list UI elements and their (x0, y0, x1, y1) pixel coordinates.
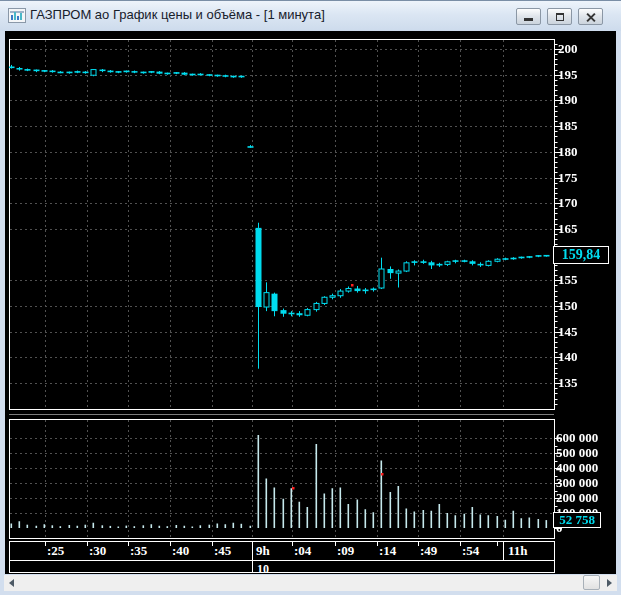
close-icon (579, 9, 602, 24)
close-button[interactable] (578, 8, 603, 25)
price-axis-label: 185 (558, 118, 578, 134)
time-tick-mark (212, 542, 213, 546)
time-tick-mark (335, 542, 336, 546)
price-axis-label: 155 (558, 272, 578, 288)
app-window: ГАЗПРОМ ао График цены и объёма - [1 мин… (0, 0, 621, 595)
volume-axis-label: 400 000 (556, 460, 598, 476)
time-axis-label: :25 (47, 542, 64, 559)
volume-axis-label: 300 000 (556, 475, 598, 491)
time-axis-label: :09 (337, 542, 354, 559)
price-axis-label: 145 (558, 324, 578, 340)
time-axis-label: :04 (294, 542, 311, 559)
price-axis-label: 195 (558, 67, 578, 83)
time-axis-label: :54 (462, 542, 479, 559)
time-tick-mark (87, 542, 88, 546)
price-axis-label: 190 (558, 92, 578, 108)
minimize-icon (524, 18, 533, 21)
last-price-badge: 159,84 (553, 246, 609, 264)
time-axis-border-line (9, 572, 555, 573)
time-tick-mark (497, 542, 498, 546)
window-title: ГАЗПРОМ ао График цены и объёма - [1 мин… (30, 7, 325, 22)
time-axis-label: :49 (420, 542, 437, 559)
price-volume-chart-canvas[interactable] (9, 39, 569, 539)
time-axis-border-line (554, 541, 555, 572)
time-axis-label: :30 (89, 542, 106, 559)
chart-app-icon (8, 8, 26, 23)
scroll-left-icon (9, 579, 14, 587)
time-axis-label: :35 (130, 542, 147, 559)
time-axis-label: 9h (256, 542, 270, 559)
price-axis-label: 175 (558, 170, 578, 186)
day-separator-line (252, 541, 253, 572)
time-tick-mark (128, 542, 129, 546)
price-axis-label: 170 (558, 195, 578, 211)
scrollbar-thumb[interactable] (583, 575, 600, 590)
time-axis-border-line (9, 560, 555, 561)
scroll-right-icon (607, 579, 612, 587)
price-axis-label: 180 (558, 144, 578, 160)
time-axis-border-line (9, 541, 555, 542)
day-separator-line (503, 541, 504, 560)
horizontal-scrollbar[interactable] (4, 575, 617, 591)
time-tick-mark (418, 542, 419, 546)
time-axis-label: :40 (172, 542, 189, 559)
time-tick-mark (292, 542, 293, 546)
last-volume-badge: 52 758 (553, 512, 601, 528)
window-bottom-border (0, 591, 621, 595)
time-axis-label: :14 (379, 542, 396, 559)
scroll-left-button[interactable] (4, 575, 21, 591)
price-axis-label: 150 (558, 298, 578, 314)
window-titlebar: ГАЗПРОМ ао График цены и объёма - [1 мин… (0, 1, 621, 31)
price-axis-label: 165 (558, 221, 578, 237)
time-axis-label: :45 (214, 542, 231, 559)
time-tick-mark (170, 542, 171, 546)
time-axis-label: 11h (508, 542, 528, 559)
restore-button[interactable] (547, 8, 572, 25)
restore-icon (556, 13, 564, 21)
pane-splitter[interactable] (9, 414, 554, 415)
price-axis-label: 140 (558, 349, 578, 365)
minimize-button[interactable] (516, 8, 541, 25)
scrollbar-track[interactable] (21, 575, 600, 591)
volume-axis-label: 600 000 (556, 430, 598, 446)
time-tick-mark (460, 542, 461, 546)
price-axis-label: 200 (558, 41, 578, 57)
time-tick-mark (377, 542, 378, 546)
window-controls (516, 8, 603, 25)
time-axis-border-line (9, 541, 10, 572)
price-axis-label: 135 (558, 375, 578, 391)
volume-axis-label: 500 000 (556, 445, 598, 461)
scroll-right-button[interactable] (600, 575, 617, 591)
time-tick-mark (45, 542, 46, 546)
volume-axis-label: 200 000 (556, 490, 598, 506)
